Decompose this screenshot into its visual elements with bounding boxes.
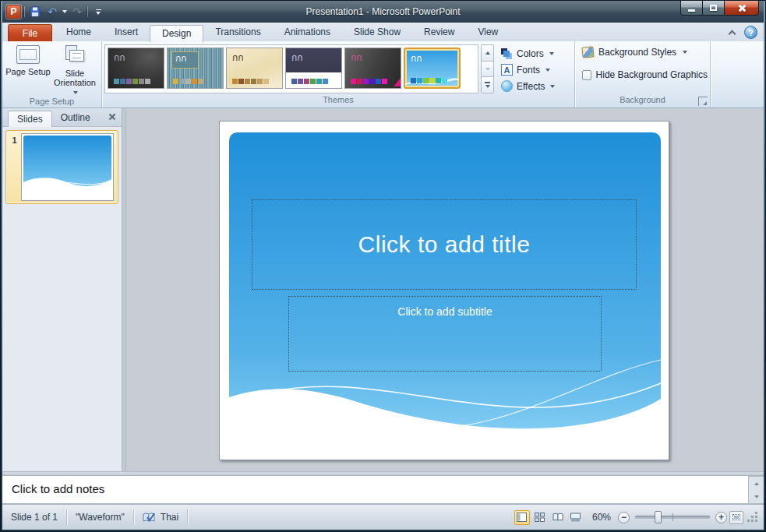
customize-quick-access-button[interactable] bbox=[91, 5, 105, 19]
slide-thumbnail-image bbox=[21, 133, 114, 201]
hide-background-graphics-checkbox[interactable] bbox=[582, 70, 591, 80]
slide-show-button[interactable] bbox=[568, 510, 584, 525]
save-button[interactable] bbox=[28, 5, 42, 19]
tab-insert[interactable]: Insert bbox=[103, 24, 150, 41]
themes-gallery: กก กก กก กก bbox=[104, 44, 478, 93]
separator bbox=[24, 6, 25, 17]
tab-transitions[interactable]: Transitions bbox=[203, 24, 272, 41]
gallery-scroll-down-button[interactable] bbox=[481, 61, 494, 78]
slide-sorter-view-button[interactable] bbox=[532, 510, 548, 525]
background-styles-icon bbox=[581, 46, 594, 58]
theme-thumbnail-2[interactable]: กก bbox=[167, 48, 224, 89]
subtitle-placeholder[interactable]: Click to add subtitle bbox=[288, 296, 602, 372]
theme-thumbnail-4[interactable]: กก bbox=[285, 48, 342, 89]
page-setup-icon bbox=[16, 45, 40, 64]
tab-slide-show[interactable]: Slide Show bbox=[342, 24, 412, 41]
notes-scroll-down-button[interactable] bbox=[749, 490, 764, 503]
zoom-level[interactable]: 60% bbox=[592, 512, 611, 523]
file-tab-label: File bbox=[23, 28, 37, 39]
close-icon bbox=[737, 4, 746, 12]
theme-color-chips bbox=[232, 79, 269, 84]
redo-button[interactable]: ↷ bbox=[70, 5, 84, 19]
fit-to-window-icon bbox=[732, 514, 740, 520]
tab-view[interactable]: View bbox=[466, 24, 510, 41]
theme-color-chips bbox=[173, 79, 203, 84]
theme-color-chips bbox=[411, 78, 447, 83]
theme-thumbnail-5[interactable]: กก bbox=[344, 48, 401, 89]
theme-color-chips bbox=[114, 79, 150, 84]
fonts-label: Fonts bbox=[517, 65, 540, 76]
fonts-button[interactable]: A Fonts bbox=[499, 63, 556, 76]
undo-button[interactable]: ↶ bbox=[45, 5, 59, 19]
notes-scroll-up-button[interactable] bbox=[749, 477, 764, 490]
help-button[interactable]: ? bbox=[744, 26, 757, 39]
notes-pane: Click to add notes bbox=[2, 476, 764, 504]
group-label-page-setup: Page Setup bbox=[2, 97, 101, 107]
resize-grip[interactable] bbox=[748, 513, 758, 523]
chevron-down-icon bbox=[545, 69, 550, 72]
tab-slides[interactable]: Slides bbox=[8, 111, 52, 127]
zoom-out-button[interactable]: − bbox=[618, 512, 630, 523]
close-button[interactable] bbox=[724, 1, 759, 16]
normal-view-icon bbox=[517, 513, 527, 522]
titlebar: P ↶ ↷ Presentation1 - M bbox=[2, 1, 764, 23]
minimize-icon bbox=[688, 9, 695, 12]
undo-dropdown-caret[interactable] bbox=[62, 10, 67, 13]
gallery-more-button[interactable] bbox=[481, 76, 494, 93]
slide-counter[interactable]: Slide 1 of 1 bbox=[2, 509, 67, 525]
colors-button[interactable]: Colors bbox=[499, 47, 556, 60]
undo-icon: ↶ bbox=[48, 6, 57, 17]
restore-button[interactable] bbox=[702, 1, 725, 16]
group-background: Background Styles Hide Background Graphi… bbox=[575, 41, 711, 107]
page-setup-label: Page Setup bbox=[5, 67, 51, 76]
notes-input[interactable]: Click to add notes bbox=[2, 476, 748, 504]
theme-thumbnail-3[interactable]: กก bbox=[226, 48, 283, 89]
zoom-in-button[interactable]: + bbox=[715, 512, 727, 523]
tab-design[interactable]: Design bbox=[150, 25, 203, 42]
powerpoint-app-icon[interactable]: P bbox=[6, 5, 21, 19]
tab-review[interactable]: Review bbox=[412, 24, 466, 41]
reading-view-button[interactable] bbox=[550, 510, 566, 525]
slides-panel: Slides Outline 1 bbox=[2, 108, 122, 471]
slide-thumbnail-selected[interactable]: 1 bbox=[5, 130, 118, 204]
theme-thumbnail-1[interactable]: กก bbox=[108, 48, 164, 89]
background-dialog-launcher[interactable] bbox=[698, 97, 708, 106]
restore-icon bbox=[710, 5, 717, 11]
hide-background-graphics-label: Hide Background Graphics bbox=[596, 69, 708, 80]
triangle-up-icon bbox=[754, 482, 759, 485]
tab-file[interactable]: File bbox=[8, 24, 52, 41]
normal-view-button[interactable] bbox=[514, 510, 530, 525]
effects-label: Effects bbox=[517, 81, 545, 92]
chevron-down-icon bbox=[96, 12, 101, 15]
background-styles-button[interactable]: Background Styles bbox=[582, 47, 708, 58]
theme-name-text: "Waveform" bbox=[76, 509, 125, 525]
effects-button[interactable]: Effects bbox=[499, 79, 556, 93]
language-text: Thai bbox=[161, 509, 178, 525]
tab-home[interactable]: Home bbox=[55, 24, 103, 41]
slide-canvas[interactable]: Click to add title Click to add subtitle bbox=[219, 121, 669, 460]
slide-orientation-label: Slide Orientation bbox=[51, 69, 98, 97]
spellcheck-language-segment[interactable]: Thai bbox=[134, 509, 188, 525]
chevron-down-icon bbox=[683, 51, 687, 54]
title-placeholder[interactable]: Click to add title bbox=[252, 199, 637, 290]
minimize-ribbon-icon[interactable] bbox=[729, 30, 736, 37]
zoom-slider-tick bbox=[672, 513, 673, 521]
theme-sample-text: กก bbox=[411, 54, 422, 63]
triangle-down-icon bbox=[485, 85, 490, 88]
tab-animations[interactable]: Animations bbox=[273, 24, 342, 41]
slide-sorter-icon bbox=[535, 513, 545, 522]
minimize-button[interactable] bbox=[680, 1, 703, 16]
theme-name-indicator[interactable]: "Waveform" bbox=[67, 509, 134, 525]
panel-close-icon[interactable] bbox=[108, 113, 116, 121]
tab-outline[interactable]: Outline bbox=[52, 110, 99, 126]
group-label-themes: Themes bbox=[102, 95, 574, 107]
group-label-background: Background bbox=[575, 95, 710, 107]
reading-view-icon bbox=[552, 513, 563, 522]
theme-thumbnail-waveform-selected[interactable]: กก bbox=[404, 48, 461, 89]
zoom-slider-thumb[interactable] bbox=[655, 511, 662, 523]
gallery-scroll-up-button[interactable] bbox=[481, 44, 494, 62]
fit-to-window-button[interactable] bbox=[729, 511, 743, 524]
slide-orientation-button[interactable]: Slide Orientation bbox=[51, 44, 98, 97]
zoom-slider[interactable] bbox=[635, 516, 710, 519]
page-setup-button[interactable]: Page Setup bbox=[5, 44, 51, 97]
